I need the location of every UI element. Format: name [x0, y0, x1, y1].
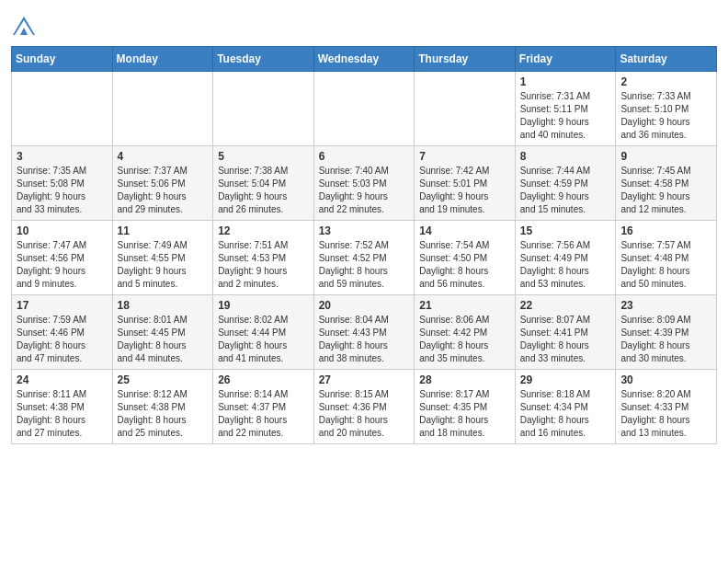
calendar-cell: 4Sunrise: 7:37 AMSunset: 5:06 PMDaylight…	[112, 146, 213, 221]
calendar-week-row: 3Sunrise: 7:35 AMSunset: 5:08 PMDaylight…	[12, 146, 717, 221]
day-info: Sunrise: 7:49 AMSunset: 4:55 PMDaylight:…	[118, 239, 210, 291]
day-info: Sunrise: 8:09 AMSunset: 4:39 PMDaylight:…	[620, 314, 712, 365]
calendar-week-row: 17Sunrise: 7:59 AMSunset: 4:46 PMDayligh…	[12, 295, 717, 370]
day-info: Sunrise: 8:14 AMSunset: 4:37 PMDaylight:…	[218, 388, 310, 440]
calendar-cell: 11Sunrise: 7:49 AMSunset: 4:55 PMDayligh…	[112, 221, 213, 295]
weekday-header-sunday: Sunday	[12, 47, 113, 72]
day-number: 7	[419, 150, 511, 163]
calendar-cell: 27Sunrise: 8:15 AMSunset: 4:36 PMDayligh…	[313, 370, 415, 444]
day-info: Sunrise: 8:04 AMSunset: 4:43 PMDaylight:…	[319, 314, 411, 365]
day-info: Sunrise: 7:52 AMSunset: 4:52 PMDaylight:…	[319, 239, 411, 291]
calendar-cell: 23Sunrise: 8:09 AMSunset: 4:39 PMDayligh…	[616, 295, 717, 370]
day-number: 12	[218, 224, 310, 237]
day-info: Sunrise: 8:15 AMSunset: 4:36 PMDaylight:…	[319, 388, 411, 440]
calendar-cell: 28Sunrise: 8:17 AMSunset: 4:35 PMDayligh…	[415, 370, 516, 444]
day-number: 25	[118, 373, 210, 386]
page: SundayMondayTuesdayWednesdayThursdayFrid…	[0, 0, 728, 454]
day-info: Sunrise: 7:33 AMSunset: 5:10 PMDaylight:…	[620, 90, 712, 142]
calendar-cell: 22Sunrise: 8:07 AMSunset: 4:41 PMDayligh…	[515, 295, 616, 370]
day-info: Sunrise: 8:12 AMSunset: 4:38 PMDaylight:…	[118, 388, 210, 440]
day-number: 13	[319, 224, 411, 237]
day-number: 28	[419, 373, 511, 386]
day-info: Sunrise: 7:54 AMSunset: 4:50 PMDaylight:…	[419, 239, 511, 291]
day-number: 20	[319, 299, 411, 312]
day-info: Sunrise: 7:35 AMSunset: 5:08 PMDaylight:…	[17, 165, 108, 216]
day-info: Sunrise: 7:38 AMSunset: 5:04 PMDaylight:…	[218, 165, 310, 216]
day-info: Sunrise: 7:56 AMSunset: 4:49 PMDaylight:…	[520, 239, 612, 291]
calendar-cell: 2Sunrise: 7:33 AMSunset: 5:10 PMDaylight…	[616, 72, 717, 146]
weekday-header-wednesday: Wednesday	[313, 47, 415, 72]
calendar-cell	[313, 72, 415, 146]
day-info: Sunrise: 7:31 AMSunset: 5:11 PMDaylight:…	[520, 90, 612, 142]
weekday-header-saturday: Saturday	[616, 47, 717, 72]
day-number: 11	[118, 224, 210, 237]
day-number: 24	[17, 373, 108, 386]
header	[11, 9, 717, 40]
day-info: Sunrise: 7:45 AMSunset: 4:58 PMDaylight:…	[620, 165, 712, 216]
day-number: 2	[620, 75, 712, 88]
day-info: Sunrise: 7:37 AMSunset: 5:06 PMDaylight:…	[118, 165, 210, 216]
calendar-cell: 12Sunrise: 7:51 AMSunset: 4:53 PMDayligh…	[213, 221, 314, 295]
calendar-cell: 8Sunrise: 7:44 AMSunset: 4:59 PMDaylight…	[515, 146, 616, 221]
calendar-cell: 26Sunrise: 8:14 AMSunset: 4:37 PMDayligh…	[213, 370, 314, 444]
calendar-cell: 19Sunrise: 8:02 AMSunset: 4:44 PMDayligh…	[213, 295, 314, 370]
calendar-cell	[12, 72, 113, 146]
logo	[11, 13, 39, 40]
calendar-cell: 16Sunrise: 7:57 AMSunset: 4:48 PMDayligh…	[616, 221, 717, 295]
calendar-cell: 5Sunrise: 7:38 AMSunset: 5:04 PMDaylight…	[213, 146, 314, 221]
weekday-header-friday: Friday	[515, 47, 616, 72]
weekday-header-thursday: Thursday	[415, 47, 516, 72]
day-info: Sunrise: 8:18 AMSunset: 4:34 PMDaylight:…	[520, 388, 612, 440]
day-number: 9	[620, 150, 712, 163]
calendar-cell: 1Sunrise: 7:31 AMSunset: 5:11 PMDaylight…	[515, 72, 616, 146]
day-info: Sunrise: 8:07 AMSunset: 4:41 PMDaylight:…	[520, 314, 612, 365]
day-number: 27	[319, 373, 411, 386]
calendar-cell: 10Sunrise: 7:47 AMSunset: 4:56 PMDayligh…	[12, 221, 113, 295]
calendar-cell: 3Sunrise: 7:35 AMSunset: 5:08 PMDaylight…	[12, 146, 113, 221]
day-info: Sunrise: 7:44 AMSunset: 4:59 PMDaylight:…	[520, 165, 612, 216]
logo-icon	[11, 15, 37, 40]
day-number: 21	[419, 299, 511, 312]
calendar-cell: 13Sunrise: 7:52 AMSunset: 4:52 PMDayligh…	[313, 221, 415, 295]
day-info: Sunrise: 8:01 AMSunset: 4:45 PMDaylight:…	[118, 314, 210, 365]
day-number: 16	[620, 224, 712, 237]
day-info: Sunrise: 8:06 AMSunset: 4:42 PMDaylight:…	[419, 314, 511, 365]
day-info: Sunrise: 8:02 AMSunset: 4:44 PMDaylight:…	[218, 314, 310, 365]
calendar-cell: 15Sunrise: 7:56 AMSunset: 4:49 PMDayligh…	[515, 221, 616, 295]
day-info: Sunrise: 7:42 AMSunset: 5:01 PMDaylight:…	[419, 165, 511, 216]
weekday-header-row: SundayMondayTuesdayWednesdayThursdayFrid…	[12, 47, 717, 72]
calendar-cell: 21Sunrise: 8:06 AMSunset: 4:42 PMDayligh…	[415, 295, 516, 370]
calendar-week-row: 1Sunrise: 7:31 AMSunset: 5:11 PMDaylight…	[12, 72, 717, 146]
weekday-header-monday: Monday	[112, 47, 213, 72]
calendar-cell: 7Sunrise: 7:42 AMSunset: 5:01 PMDaylight…	[415, 146, 516, 221]
day-number: 19	[218, 299, 310, 312]
day-number: 18	[118, 299, 210, 312]
day-number: 1	[520, 75, 612, 88]
day-number: 5	[218, 150, 310, 163]
day-number: 10	[17, 224, 108, 237]
calendar-cell: 24Sunrise: 8:11 AMSunset: 4:38 PMDayligh…	[12, 370, 113, 444]
day-number: 3	[17, 150, 108, 163]
calendar-cell: 18Sunrise: 8:01 AMSunset: 4:45 PMDayligh…	[112, 295, 213, 370]
day-number: 14	[419, 224, 511, 237]
calendar-cell	[213, 72, 314, 146]
calendar-cell: 9Sunrise: 7:45 AMSunset: 4:58 PMDaylight…	[616, 146, 717, 221]
day-number: 30	[620, 373, 712, 386]
calendar-cell	[415, 72, 516, 146]
day-number: 6	[319, 150, 411, 163]
day-number: 4	[118, 150, 210, 163]
calendar-cell: 20Sunrise: 8:04 AMSunset: 4:43 PMDayligh…	[313, 295, 415, 370]
day-number: 17	[17, 299, 108, 312]
day-number: 15	[520, 224, 612, 237]
calendar-cell: 14Sunrise: 7:54 AMSunset: 4:50 PMDayligh…	[415, 221, 516, 295]
day-info: Sunrise: 7:51 AMSunset: 4:53 PMDaylight:…	[218, 239, 310, 291]
calendar-cell: 29Sunrise: 8:18 AMSunset: 4:34 PMDayligh…	[515, 370, 616, 444]
calendar-table: SundayMondayTuesdayWednesdayThursdayFrid…	[11, 46, 717, 444]
calendar-cell: 6Sunrise: 7:40 AMSunset: 5:03 PMDaylight…	[313, 146, 415, 221]
calendar-cell: 25Sunrise: 8:12 AMSunset: 4:38 PMDayligh…	[112, 370, 213, 444]
day-info: Sunrise: 7:40 AMSunset: 5:03 PMDaylight:…	[319, 165, 411, 216]
calendar-week-row: 10Sunrise: 7:47 AMSunset: 4:56 PMDayligh…	[12, 221, 717, 295]
calendar-cell: 17Sunrise: 7:59 AMSunset: 4:46 PMDayligh…	[12, 295, 113, 370]
day-info: Sunrise: 8:17 AMSunset: 4:35 PMDaylight:…	[419, 388, 511, 440]
day-number: 26	[218, 373, 310, 386]
